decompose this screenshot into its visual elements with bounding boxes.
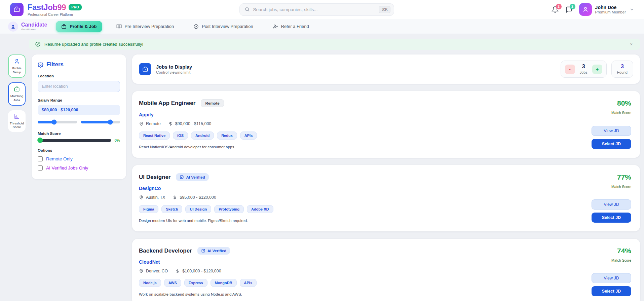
- chevron-down-icon: [629, 7, 635, 12]
- search-shortcut-badge: ⌘K: [379, 6, 390, 13]
- job-company: Appify: [139, 112, 591, 117]
- view-jd-button[interactable]: View JD: [592, 273, 631, 283]
- global-search[interactable]: ⌘K: [239, 3, 394, 16]
- filters-title: Filters: [46, 61, 64, 68]
- job-location: Remote: [146, 121, 161, 126]
- job-title: Mobile App Engineer: [139, 100, 195, 107]
- persona-label: Candidate: [21, 22, 47, 28]
- match-percentage: 77%: [617, 173, 631, 181]
- match-score-slider-thumb[interactable]: [37, 138, 43, 143]
- jobs-found-box: 3 Found: [611, 61, 633, 78]
- verified-check-icon: [201, 249, 205, 253]
- job-description: React Native/iOS/Android developer for c…: [139, 145, 591, 149]
- message-count-badge: 2: [570, 4, 575, 9]
- job-company: DesignCo: [139, 186, 591, 191]
- messages-button[interactable]: 2: [565, 6, 572, 13]
- check-circle-icon: [193, 24, 199, 29]
- options-label: Options: [38, 148, 120, 152]
- sidebar-item-threshold-score[interactable]: Threshold Score: [8, 110, 26, 132]
- success-check-icon: [35, 41, 41, 47]
- view-jd-button[interactable]: View JD: [592, 199, 631, 210]
- sidebar-item-label: Profile Setup: [12, 66, 22, 74]
- sidebar-item-matching-jobs[interactable]: Matching Jobs: [8, 82, 26, 106]
- remote-only-checkbox[interactable]: [38, 156, 43, 161]
- pro-badge: PRO: [69, 4, 82, 10]
- tab-label: Profile & Job: [70, 24, 97, 29]
- banner-close-button[interactable]: ×: [629, 42, 634, 47]
- skill-tag: Express: [184, 279, 207, 287]
- salary-min-slider[interactable]: [38, 121, 77, 123]
- notifications-button[interactable]: 2: [552, 6, 559, 13]
- job-description: Design modern UIs for web and mobile. Fi…: [139, 219, 591, 223]
- filters-panel: Filters Location Salary Range $80,000 - …: [32, 54, 126, 179]
- skill-tag: AWS: [164, 279, 181, 287]
- skill-tag: Redux: [217, 131, 237, 140]
- skill-tag: MongoDB: [211, 279, 237, 287]
- select-jd-button[interactable]: Select JD: [592, 213, 631, 223]
- jobs-count-label: Jobs: [580, 70, 588, 74]
- job-card-ui-designer: UI Designer AI Verified DesignCo Austin,…: [132, 165, 640, 231]
- remote-only-label: Remote Only: [46, 156, 73, 161]
- ai-verified-only-checkbox[interactable]: [38, 165, 43, 171]
- select-jd-button[interactable]: Select JD: [592, 139, 631, 149]
- match-score-slider[interactable]: [38, 139, 111, 142]
- bar-chart-icon: [9, 113, 25, 119]
- remote-only-option[interactable]: Remote Only: [38, 156, 120, 161]
- success-message: Resume uploaded and profile created succ…: [44, 42, 625, 47]
- briefcase-icon: [139, 63, 151, 75]
- location-pin-icon: [139, 121, 144, 126]
- persona-candidate[interactable]: Candidate GenAILakes: [8, 22, 47, 32]
- tab-label: Post Interview Preparation: [202, 24, 253, 29]
- salary-max-slider-thumb[interactable]: [108, 120, 113, 125]
- tab-post-interview-preparation[interactable]: Post Interview Preparation: [188, 21, 258, 32]
- job-company: CloudNet: [139, 259, 591, 265]
- spark-icon: ⚡: [23, 0, 26, 5]
- sidebar-item-profile-setup[interactable]: Profile Setup: [8, 54, 26, 78]
- tab-pre-interview-preparation[interactable]: Pre Interview Preparation: [111, 21, 180, 32]
- job-description: Work on scalable backend systems using N…: [139, 292, 591, 296]
- user-plus-icon: [273, 24, 278, 29]
- job-card-mobile-app-engineer: Mobile App Engineer Remote Appify Remote…: [132, 91, 640, 158]
- jobs-found-value: 3: [617, 64, 628, 69]
- brand-tagline: Professional Career Platform: [28, 12, 82, 16]
- verified-check-icon: [180, 175, 184, 179]
- dollar-icon: [173, 195, 177, 200]
- location-input[interactable]: [38, 81, 120, 92]
- job-salary: $90,000 - $115,000: [175, 121, 212, 126]
- skill-tag: iOS: [173, 131, 188, 140]
- tab-refer-a-friend[interactable]: Refer a Friend: [267, 21, 314, 32]
- ai-verified-only-label: AI Verified Jobs Only: [46, 165, 88, 171]
- salary-range-label: Salary Range: [38, 98, 120, 102]
- ai-verified-only-option[interactable]: AI Verified Jobs Only: [38, 165, 120, 171]
- skill-tags: React Native iOS Android Redux APIs: [139, 131, 591, 140]
- user-menu[interactable]: John Doe Premium Member: [579, 3, 635, 16]
- job-location: Denver, CO: [146, 269, 168, 273]
- match-score-label: Match Score: [38, 131, 120, 136]
- job-title: UI Designer: [139, 174, 171, 181]
- increase-jobs-button[interactable]: +: [592, 65, 602, 74]
- search-input[interactable]: [253, 7, 379, 12]
- decrease-jobs-button[interactable]: -: [565, 65, 575, 74]
- person-icon: [582, 6, 589, 12]
- job-salary: $100,000 - $120,000: [182, 269, 221, 273]
- job-salary: $95,000 - $120,000: [180, 195, 216, 200]
- remote-badge: Remote: [201, 99, 224, 107]
- tab-profile-and-job[interactable]: Profile & Job: [56, 21, 102, 32]
- sidebar-item-label: Threshold Score: [10, 121, 24, 129]
- salary-max-slider[interactable]: [81, 121, 120, 123]
- location-pin-icon: [139, 269, 144, 273]
- brand-logo-icon: ⚡: [10, 3, 24, 16]
- match-percentage: 74%: [617, 247, 631, 255]
- skill-tag: UI Design: [185, 205, 211, 213]
- salary-min-slider-thumb[interactable]: [51, 120, 56, 125]
- match-percentage: 80%: [617, 99, 631, 107]
- match-score-value: 0%: [114, 138, 120, 142]
- skill-tag: Node.js: [139, 279, 161, 287]
- jobs-display-subtitle: Control viewing limit: [156, 70, 192, 74]
- skill-tag: APIs: [240, 131, 257, 140]
- dollar-icon: [168, 121, 173, 126]
- job-card-backend-developer: Backend Developer AI Verified CloudNet D…: [132, 239, 640, 301]
- view-jd-button[interactable]: View JD: [592, 126, 631, 136]
- select-jd-button[interactable]: Select JD: [592, 286, 631, 296]
- persona-subtitle: GenAILakes: [21, 28, 47, 31]
